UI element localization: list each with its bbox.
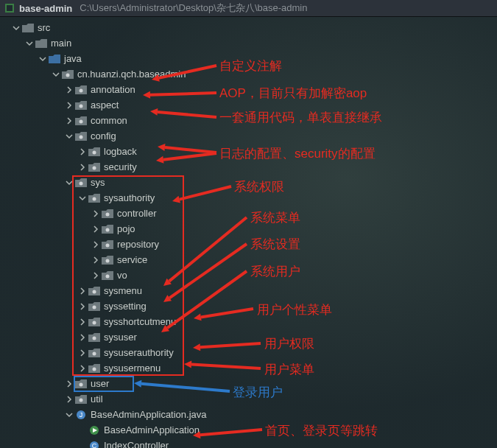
package-icon [75,394,87,405]
package-icon [102,224,113,234]
svg-rect-1 [7,5,13,11]
tree-item-label: IndexController [104,440,169,448]
svg-point-17 [93,305,96,309]
tree-item-label: sysusermenu [104,363,161,374]
chevron-right-icon[interactable] [78,349,87,357]
svg-point-21 [93,367,96,371]
tree-row[interactable]: common [4,113,497,128]
tree-row[interactable]: java [4,51,497,66]
svg-point-13 [106,243,110,247]
chevron-down-icon[interactable] [65,410,74,419]
tree-row[interactable]: sysuser [4,329,497,345]
tree-row[interactable]: pojo [4,221,497,237]
chevron-right-icon[interactable] [78,147,87,156]
svg-point-10 [93,197,96,200]
package-icon [75,131,87,141]
chevron-right-icon[interactable] [78,287,87,295]
tree-row[interactable]: user [4,376,497,391]
tree-row[interactable]: JBaseAdminApplication.java [4,407,497,422]
tree-row[interactable]: util [4,391,497,407]
chevron-right-icon[interactable] [65,116,74,125]
svg-point-14 [106,259,110,262]
chevron-right-icon[interactable] [91,225,100,234]
chevron-right-icon[interactable] [65,395,74,404]
source-folder-icon [49,54,60,64]
chevron-down-icon[interactable] [52,70,60,79]
tree-row[interactable]: security [4,159,497,175]
chevron-right-icon[interactable] [65,379,74,388]
tree-item-label: aspect [91,99,119,111]
package-icon [88,193,100,203]
package-icon [102,209,113,219]
package-icon [102,239,113,250]
tree-row[interactable]: syssetting [4,298,497,314]
tree-row[interactable]: vo [4,267,497,283]
package-icon [88,162,100,172]
chevron-right-icon[interactable] [91,271,100,280]
tree-item-label: sysmenu [104,285,142,296]
svg-point-19 [93,336,96,340]
tree-row[interactable]: CIndexController [4,438,497,448]
tree-row[interactable]: sysshortcutmenu [4,314,497,329]
chevron-right-icon[interactable] [91,240,100,249]
chevron-right-icon[interactable] [78,302,87,311]
chevron-right-icon[interactable] [78,163,87,172]
tree-item-label: BaseAdminApplication [104,424,200,435]
tree-row[interactable]: annotation [4,82,497,97]
chevron-down-icon[interactable] [78,194,87,203]
chevron-down-icon[interactable] [38,55,47,63]
tree-row[interactable]: aspect [4,97,497,113]
tree-row[interactable]: sysuserauthority [4,345,497,360]
tree-item-label: common [91,115,127,126]
tree-row[interactable]: config [4,128,497,144]
tree-item-label: sysuserauthority [104,347,174,358]
tree-row[interactable]: sysauthority [4,190,497,206]
chevron-down-icon[interactable] [12,24,21,32]
chevron-down-icon[interactable] [65,178,74,187]
package-icon [102,255,113,265]
folder-icon [22,23,34,33]
tree-row[interactable]: controller [4,206,497,221]
chevron-right-icon[interactable] [78,333,87,342]
project-path: C:\Users\Administrator\Desktop\杂七杂八\base… [80,1,307,15]
tree-row[interactable]: src [4,20,497,35]
tree-row[interactable]: BaseAdminApplication [4,422,497,438]
package-icon [88,363,100,374]
tree-item-label: security [104,161,137,172]
tree-item-label: java [64,53,82,64]
svg-point-8 [93,166,96,169]
svg-text:J: J [80,411,83,419]
chevron-right-icon[interactable] [65,85,74,94]
folder-icon [35,38,47,49]
tree-row[interactable]: cn.huanzi.qch.baseadmin [4,66,497,82]
chevron-down-icon[interactable] [25,39,34,48]
svg-text:C: C [92,442,97,449]
svg-marker-55 [134,380,141,388]
tree-item-label: vo [117,270,127,281]
tree-row[interactable]: sys [4,175,497,190]
package-icon [88,332,100,343]
svg-point-3 [80,88,83,92]
svg-point-22 [80,382,83,386]
chevron-right-icon[interactable] [65,101,74,110]
tree-row[interactable]: service [4,252,497,267]
tree-row[interactable]: sysmenu [4,283,497,298]
chevron-right-icon[interactable] [78,318,87,326]
chevron-right-icon[interactable] [91,209,100,218]
tree-row[interactable]: main [4,35,497,51]
chevron-down-icon[interactable] [65,132,74,141]
tree-item-label: sys [91,177,105,188]
tree-item-label: pojo [117,223,135,234]
chevron-right-icon[interactable] [78,364,87,373]
tree-row[interactable]: sysusermenu [4,360,497,376]
tree-item-label: repository [117,239,159,250]
project-tree[interactable]: srcmainjavacn.huanzi.qch.baseadminannota… [0,17,497,448]
tree-row[interactable]: logback [4,144,497,159]
chevron-right-icon[interactable] [91,256,100,265]
svg-point-16 [93,290,96,293]
tree-item-label: annotation [91,84,135,95]
tree-item-label: sysauthority [104,192,155,203]
tree-row[interactable]: repository [4,237,497,252]
svg-point-6 [80,135,83,139]
svg-line-54 [141,384,230,391]
